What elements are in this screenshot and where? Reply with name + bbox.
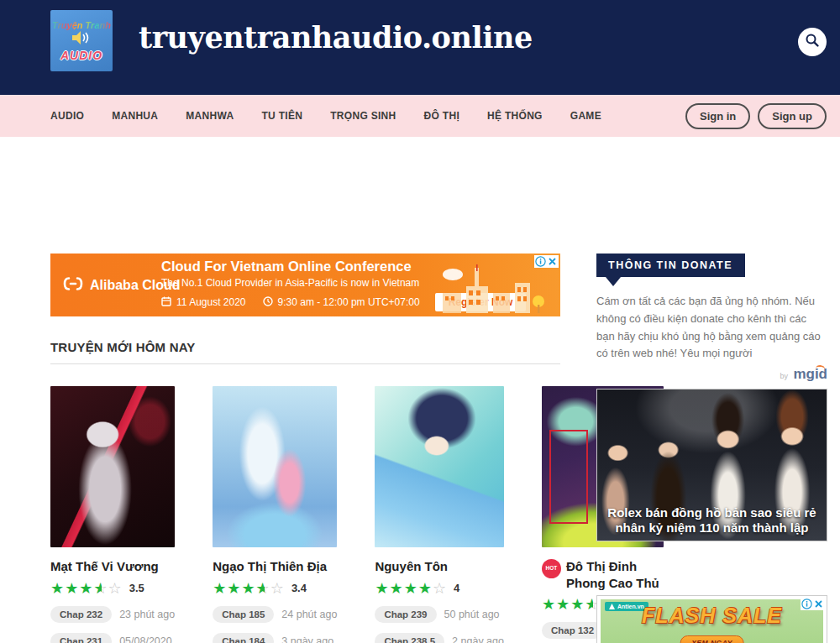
- adchoices-controls: [534, 255, 559, 268]
- comic-card: Mạt Thế Vi Vương ★★★★☆☆ 3.5 Chap 232 23 …: [50, 386, 175, 643]
- adchoices-close-icon[interactable]: [813, 599, 824, 609]
- nav-item-he-thong[interactable]: HỆ THỐNG: [487, 110, 543, 122]
- comic-title[interactable]: Ngạo Thị Thiên Địa: [213, 558, 327, 575]
- comic-cover[interactable]: [50, 386, 175, 547]
- comic-cover[interactable]: [213, 386, 337, 547]
- chapter-time: 23 phút ago: [119, 609, 175, 620]
- sign-up-button[interactable]: Sign up: [758, 103, 827, 129]
- search-icon: [805, 33, 820, 51]
- city-illustration: [441, 264, 549, 316]
- comic-card: Ngạo Thị Thiên Địa ★★★★☆☆ 3.4 Chap 185 2…: [213, 386, 337, 643]
- nav-item-manhwa[interactable]: MANHWA: [186, 110, 234, 122]
- adchoices-controls: [801, 598, 825, 610]
- nav-item-game[interactable]: GAME: [570, 110, 601, 122]
- ad-date: 11 August 2020: [176, 296, 246, 308]
- chapter-row: Chap 238.5 2 ngày ago: [375, 633, 504, 643]
- main-content: Alibaba Cloud Cloud For Vietnam Online C…: [0, 137, 840, 643]
- adchoices-info-icon[interactable]: [535, 256, 546, 267]
- rating-value: 4: [454, 582, 459, 594]
- nav-item-do-thi[interactable]: ĐÔ THỊ: [424, 110, 459, 122]
- logo-title: Truyện Tranh: [52, 20, 111, 30]
- chapter-time: 50 phút ago: [444, 609, 500, 620]
- comic-title[interactable]: Nguyên Tôn: [375, 558, 448, 575]
- comic-card-grid: Mạt Thế Vi Vương ★★★★☆☆ 3.5 Chap 232 23 …: [50, 386, 560, 643]
- flash-sale-title: FLASH SALE: [597, 604, 827, 628]
- adchoices-close-icon[interactable]: [547, 256, 558, 267]
- site-header: Truyện Tranh AUDIO truyentranhaudio.onli…: [0, 0, 840, 95]
- chapter-link[interactable]: Chap 239: [375, 606, 436, 623]
- nav-item-tu-tien[interactable]: TU TIÊN: [261, 110, 302, 122]
- calendar-icon: [161, 296, 171, 309]
- ad-time: 9:30 am - 12:00 pm UTC+07:00: [278, 296, 420, 308]
- chapter-row: Chap 232 23 phút ago: [50, 606, 175, 623]
- mgid-attribution: by mgid: [596, 366, 827, 383]
- chapter-link[interactable]: Chap 185: [213, 606, 274, 623]
- chapter-link[interactable]: Chap 231: [50, 633, 112, 643]
- chapter-row: Chap 185 24 phút ago: [213, 606, 337, 623]
- chapter-time: 2 ngày ago: [452, 635, 504, 643]
- chapter-time: 05/08/2020: [119, 635, 172, 643]
- xem-ngay-button[interactable]: XEM NGAY: [680, 635, 744, 643]
- comic-card: Nguyên Tôn ★★★★☆ 4 Chap 239 50 phút ago …: [375, 386, 504, 643]
- chapter-link[interactable]: Chap 238.5: [375, 633, 444, 643]
- donate-text: Cám ơn tất cả các bạn đã ủng hộ nhóm. Nế…: [596, 293, 827, 363]
- chapter-link[interactable]: Chap 132: [542, 622, 603, 639]
- nav-item-manhua[interactable]: MANHUA: [112, 110, 158, 122]
- section-divider: [50, 363, 560, 364]
- chapter-row: Chap 231 05/08/2020: [50, 633, 175, 643]
- chapter-link[interactable]: Chap 232: [50, 606, 112, 623]
- rating-value: 3.4: [291, 582, 307, 594]
- rating-value: 3.5: [129, 582, 144, 594]
- donate-ribbon-title: THÔNG TIN DONATE: [596, 254, 745, 277]
- sidebar: THÔNG TIN DONATE Cám ơn tất cả các bạn đ…: [596, 254, 827, 643]
- alibaba-brackets-icon: [62, 276, 84, 294]
- chapter-row: Chap 239 50 phút ago: [375, 606, 504, 623]
- section-title-new-today: TRUYỆN MỚI HÔM NAY: [50, 340, 560, 354]
- rolex-ad-caption: Rolex bán đồng hồ bản sao siêu rẻ nhân k…: [601, 505, 823, 537]
- star-rating-icons: ★★★★☆☆: [213, 581, 285, 596]
- hot-badge: HOT: [542, 559, 561, 578]
- chapter-link[interactable]: Chap 184: [213, 633, 274, 643]
- chapter-row: Chap 184 3 ngày ago: [213, 633, 337, 643]
- logo-subtitle: AUDIO: [60, 49, 102, 62]
- nav-item-trong-sinh[interactable]: TRỌNG SINH: [330, 110, 396, 122]
- mgid-logo[interactable]: mgid: [793, 366, 827, 382]
- comic-cover[interactable]: [375, 386, 504, 547]
- nav-item-audio[interactable]: AUDIO: [50, 110, 84, 122]
- clock-icon: [263, 296, 273, 309]
- chapter-time: 24 phút ago: [281, 609, 337, 620]
- speaker-icon: [72, 31, 91, 48]
- alibaba-ad-banner[interactable]: Alibaba Cloud Cloud For Vietnam Online C…: [50, 254, 560, 316]
- site-logo[interactable]: Truyện Tranh AUDIO: [50, 10, 113, 71]
- adchoices-info-icon[interactable]: [801, 599, 812, 609]
- flash-sale-ad[interactable]: Antien.vn FLASH SALE XEM NGAY: [596, 595, 827, 643]
- main-navbar: AUDIO MANHUA MANHWA TU TIÊN TRỌNG SINH Đ…: [0, 95, 840, 137]
- star-rating-icons: ★★★★☆: [375, 581, 447, 596]
- sign-in-button[interactable]: Sign in: [685, 103, 750, 129]
- comic-title[interactable]: Mạt Thế Vi Vương: [50, 558, 159, 575]
- rolex-ad[interactable]: Rolex bán đồng hồ bản sao siêu rẻ nhân k…: [596, 389, 827, 541]
- site-title[interactable]: truyentranhaudio.online: [139, 20, 533, 55]
- star-rating-icons: ★★★★☆☆: [50, 581, 123, 596]
- mgid-by-label: by: [780, 372, 788, 380]
- search-button[interactable]: [798, 28, 827, 56]
- chapter-time: 3 ngày ago: [281, 635, 333, 643]
